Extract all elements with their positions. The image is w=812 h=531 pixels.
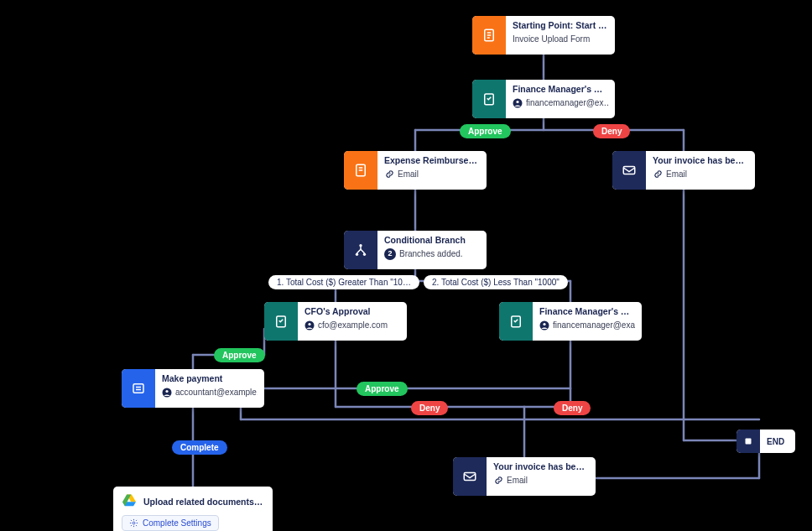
node-fm1-title: Finance Manager's Approval <box>513 84 608 96</box>
person-icon <box>513 98 523 108</box>
node-cfo-title: CFO's Approval <box>304 306 400 318</box>
person-icon <box>304 320 315 331</box>
link-icon <box>653 169 663 180</box>
gear-icon <box>129 518 138 528</box>
document-icon <box>472 16 506 55</box>
node-expense-subtitle: Email <box>398 169 419 180</box>
node-expense-form[interactable]: Expense Reimbursement Form Email <box>344 151 487 190</box>
node-denied2-title: Your invoice has been denied. <box>493 461 589 473</box>
branch-count-badge: 2 <box>384 248 396 260</box>
node-expense-title: Expense Reimbursement Form <box>384 155 480 167</box>
svg-rect-20 <box>133 384 143 393</box>
node-denied-email-1[interactable]: Your invoice has been denied. Email <box>612 151 755 190</box>
svg-rect-25 <box>464 473 476 481</box>
node-fm2-subtitle: financemanager@exa… <box>553 320 635 331</box>
person-icon <box>539 320 549 331</box>
checklist-icon <box>264 302 298 341</box>
svg-point-19 <box>543 323 545 325</box>
node-conditional-branch[interactable]: Conditional Branch 2 Branches added. <box>344 231 487 269</box>
node-denied1-subtitle: Email <box>666 169 687 180</box>
link-icon <box>493 476 503 486</box>
node-branch-title: Conditional Branch <box>384 235 480 247</box>
pill-deny-fm2: Deny <box>554 401 591 415</box>
form-icon <box>344 151 377 190</box>
svg-point-11 <box>359 244 362 247</box>
svg-point-27 <box>133 522 135 524</box>
node-gdrive-upload[interactable]: Upload related documents to… Complete Se… <box>113 487 273 531</box>
pill-approve-cfo: Approve <box>214 348 265 362</box>
node-start-subtitle: Invoice Upload Form <box>513 34 608 45</box>
pill-approve-fm1: Approve <box>460 124 511 138</box>
node-fm1-subtitle: financemanager@ex… <box>526 97 608 109</box>
complete-settings-label: Complete Settings <box>143 518 211 528</box>
node-cfo-approval[interactable]: CFO's Approval cfo@example.com <box>264 302 407 341</box>
pill-deny-cfo: Deny <box>411 401 448 415</box>
pill-condition-1: 1. Total Cost ($) Greater Than "10… <box>268 275 419 289</box>
svg-point-6 <box>516 101 518 103</box>
node-start-title: Starting Point: Start Point <box>513 20 608 32</box>
svg-point-12 <box>356 253 358 256</box>
node-finance-manager-approval-2[interactable]: Finance Manager's Approval financemanage… <box>499 302 642 341</box>
node-start[interactable]: Starting Point: Start Point Invoice Uplo… <box>472 16 615 55</box>
svg-point-13 <box>363 253 366 256</box>
node-make-payment[interactable]: Make payment accountant@example.… <box>122 369 264 408</box>
svg-rect-10 <box>623 167 635 174</box>
svg-point-24 <box>165 390 168 393</box>
node-denied1-title: Your invoice has been denied. <box>653 155 748 167</box>
link-icon <box>384 169 394 180</box>
checklist-icon <box>499 302 533 341</box>
svg-rect-26 <box>746 439 752 445</box>
stop-icon <box>737 429 760 453</box>
pill-complete: Complete <box>172 440 227 455</box>
node-end-label: END <box>760 437 791 446</box>
node-branch-subtitle: Branches added. <box>399 248 463 260</box>
node-denied-email-2[interactable]: Your invoice has been denied. Email <box>453 457 596 496</box>
node-cfo-subtitle: cfo@example.com <box>318 320 388 331</box>
complete-settings-button[interactable]: Complete Settings <box>122 515 219 531</box>
list-icon <box>122 369 155 408</box>
pill-approve-fm2: Approve <box>357 382 408 396</box>
node-denied2-subtitle: Email <box>507 475 528 487</box>
svg-point-16 <box>308 323 310 325</box>
checklist-icon <box>472 80 506 118</box>
node-gdrive-title: Upload related documents to… <box>143 497 264 507</box>
node-end[interactable]: END <box>737 429 795 453</box>
node-payment-subtitle: accountant@example.… <box>175 387 258 398</box>
node-payment-title: Make payment <box>162 373 258 385</box>
pill-condition-2: 2. Total Cost ($) Less Than "1000" <box>424 275 568 289</box>
node-finance-manager-approval-1[interactable]: Finance Manager's Approval financemanage… <box>472 80 615 118</box>
envelope-icon <box>453 457 487 496</box>
node-fm2-title: Finance Manager's Approval <box>539 306 635 318</box>
envelope-icon <box>612 151 646 190</box>
pill-deny-fm1: Deny <box>593 124 630 138</box>
branch-icon <box>344 231 377 269</box>
google-drive-icon <box>122 493 137 510</box>
person-icon <box>162 388 172 398</box>
